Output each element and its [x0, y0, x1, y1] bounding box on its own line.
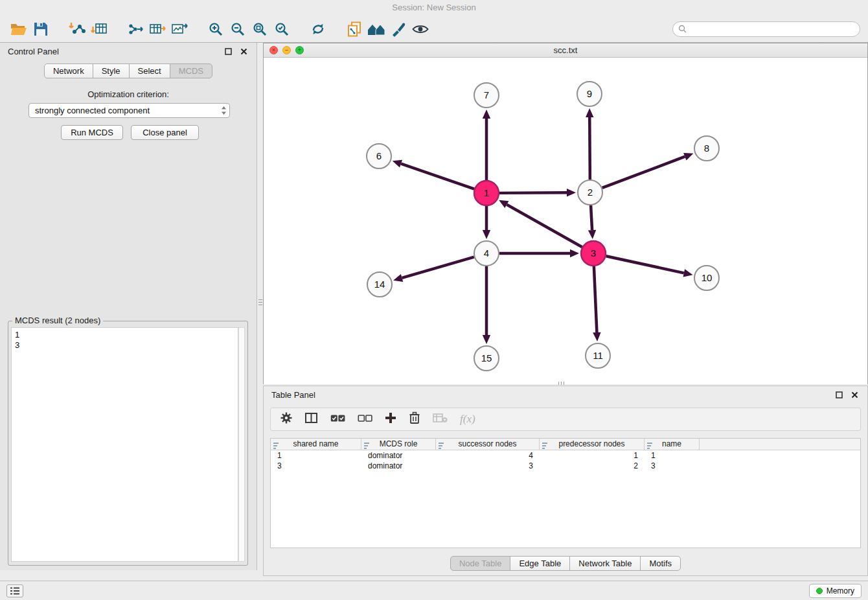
memory-button[interactable]: Memory	[809, 584, 862, 598]
edge-3-10[interactable]	[606, 256, 684, 273]
open-session-icon[interactable]	[8, 18, 30, 40]
search-field[interactable]	[672, 21, 860, 37]
search-input[interactable]	[689, 24, 854, 34]
table-cell[interactable]: 1	[271, 450, 361, 461]
select-all-columns-icon[interactable]	[330, 413, 345, 425]
table-tab-edge-table[interactable]: Edge Table	[510, 556, 570, 571]
edge-4-14[interactable]	[402, 257, 474, 278]
task-history-button[interactable]	[6, 584, 23, 597]
edge-2-8[interactable]	[602, 157, 685, 188]
table-cell[interactable]: 3	[436, 461, 540, 471]
edge-2-3[interactable]	[591, 205, 592, 230]
export-network-icon[interactable]	[124, 18, 146, 40]
table-row[interactable]: 3dominator323	[271, 461, 860, 471]
table-cell[interactable]: 3	[645, 461, 700, 471]
show-hide-graphics-icon[interactable]	[409, 18, 431, 40]
tab-select[interactable]: Select	[129, 63, 170, 78]
table-cell[interactable]: 4	[436, 450, 540, 461]
home-icon[interactable]	[365, 18, 387, 40]
column-header-successor-nodes[interactable]: successor nodes	[436, 439, 540, 450]
zoom-out-icon[interactable]	[227, 18, 249, 40]
control-panel-header: Control Panel	[0, 43, 257, 60]
edge-3-11[interactable]	[594, 266, 597, 332]
network-window-title: scc.txt	[554, 45, 578, 55]
edge-arrow-2-8	[683, 153, 693, 161]
apply-style-icon[interactable]	[387, 18, 409, 40]
horizontal-splitter[interactable]	[554, 382, 568, 385]
column-header-predecessor-nodes[interactable]: predecessor nodes	[540, 439, 645, 450]
delete-table-icon[interactable]	[433, 413, 448, 426]
table-cell[interactable]: 1	[645, 450, 700, 461]
export-image-icon[interactable]	[168, 18, 190, 40]
criterion-dropdown[interactable]: strongly connected component	[29, 103, 230, 118]
table-cell[interactable]: 2	[540, 461, 645, 471]
table-cell[interactable]: dominator	[361, 461, 436, 471]
column-header-name[interactable]: name	[645, 439, 700, 450]
table-tab-motifs[interactable]: Motifs	[640, 556, 681, 571]
close-panel-button[interactable]: Close panel	[131, 125, 199, 140]
sort-icon	[273, 441, 279, 450]
network-graph-canvas[interactable]: 7968124314101511	[264, 58, 867, 384]
column-header-shared-name[interactable]: shared name	[271, 439, 361, 450]
sort-icon	[647, 441, 653, 450]
maximize-window-icon[interactable]: +	[295, 46, 304, 54]
column-header-label: name	[662, 439, 681, 448]
node-table: shared nameMCDS rolesuccessor nodesprede…	[270, 438, 861, 548]
export-table-icon[interactable]	[146, 18, 168, 40]
float-table-panel-icon[interactable]	[834, 389, 844, 400]
folder-front	[11, 28, 27, 35]
table-cell[interactable]: 1	[540, 450, 645, 461]
close-table-panel-icon[interactable]	[849, 389, 860, 400]
zoom-in-icon[interactable]	[205, 18, 227, 40]
import-network-icon[interactable]	[66, 18, 88, 40]
edge-arrow-1-4	[483, 230, 490, 239]
main-toolbar	[0, 16, 868, 43]
table-row[interactable]: 1dominator411	[271, 450, 860, 461]
tab-mcds[interactable]: MCDS	[170, 63, 212, 78]
deselect-all-columns-icon[interactable]	[358, 413, 372, 425]
sort-icon	[542, 441, 548, 450]
table-cell[interactable]: dominator	[361, 450, 436, 461]
table-settings-icon[interactable]	[280, 411, 293, 427]
add-column-icon[interactable]	[385, 412, 396, 426]
mcds-result-scrollbar[interactable]	[238, 327, 245, 562]
tab-style[interactable]: Style	[93, 63, 130, 78]
edge-1-2[interactable]	[499, 192, 567, 193]
node-label-4: 4	[484, 248, 489, 259]
edge-arrow-4-15	[483, 335, 490, 344]
node-label-10: 10	[702, 272, 713, 283]
clone-network-icon[interactable]	[343, 18, 365, 40]
sort-icon	[364, 441, 370, 450]
control-panel: Control Panel NetworkStyleSelectMCDS Opt…	[0, 43, 257, 570]
edge-2-9[interactable]	[589, 117, 590, 179]
minimize-window-icon[interactable]: –	[282, 46, 291, 54]
edge-arrow-2-9	[586, 108, 593, 117]
table-cell[interactable]: 3	[271, 461, 361, 471]
edge-1-6[interactable]	[401, 164, 474, 189]
table-toolbar: f(x)	[270, 408, 861, 431]
delete-column-icon[interactable]	[409, 411, 420, 427]
close-window-icon[interactable]: ×	[269, 46, 278, 54]
function-builder-icon[interactable]: f(x)	[460, 413, 475, 426]
float-panel-icon[interactable]	[223, 46, 233, 56]
mcds-result-text[interactable]: 13	[11, 327, 238, 562]
show-columns-icon[interactable]	[305, 412, 318, 426]
mcds-result-group: MCDS result (2 nodes) 13	[8, 321, 248, 566]
table-tab-node-table[interactable]: Node Table	[450, 556, 511, 571]
save-session-icon[interactable]	[30, 18, 52, 40]
edge-arrow-4-14	[393, 274, 403, 282]
vertical-splitter[interactable]	[258, 295, 262, 309]
table-tab-network-table[interactable]: Network Table	[569, 556, 641, 571]
mcds-result-title: MCDS result (2 nodes)	[12, 316, 103, 325]
tab-network[interactable]: Network	[44, 63, 93, 78]
import-table-icon[interactable]	[88, 18, 110, 40]
refresh-icon[interactable]	[307, 18, 329, 40]
zoom-selected-icon[interactable]	[271, 18, 293, 40]
column-header-label: shared name	[293, 439, 338, 448]
run-mcds-button[interactable]: Run MCDS	[61, 125, 123, 140]
close-panel-icon[interactable]	[238, 46, 249, 56]
zoom-fit-icon[interactable]	[249, 18, 271, 40]
edge-3-1[interactable]	[507, 205, 582, 248]
table-panel: Table Panel	[263, 386, 868, 576]
column-header-MCDS-role[interactable]: MCDS role	[361, 439, 436, 450]
